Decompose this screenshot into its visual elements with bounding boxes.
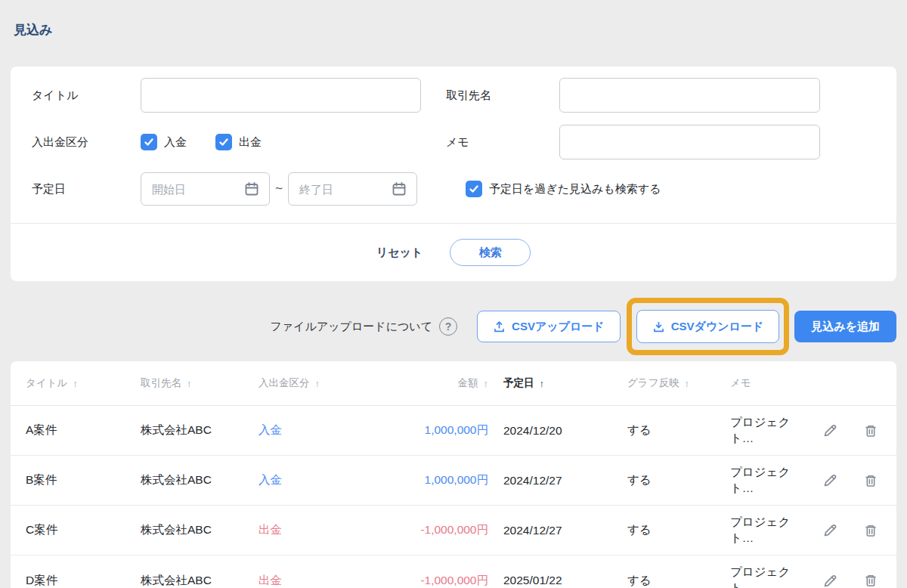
- edit-button[interactable]: [809, 506, 851, 555]
- sort-arrow-icon: ↑: [540, 378, 545, 389]
- sort-arrow-icon: ↑: [187, 378, 192, 389]
- cell-type: 出金: [258, 522, 355, 538]
- cell-amount: -1,000,000円: [355, 522, 491, 538]
- pencil-icon: [822, 522, 838, 538]
- title-input[interactable]: [141, 78, 421, 113]
- date-range-tilde: ~: [275, 181, 283, 197]
- table-row: A案件 株式会社ABC 入金 1,000,000円 2024/12/20 する …: [11, 406, 896, 456]
- checkmark-icon: [469, 184, 479, 194]
- delete-button[interactable]: [851, 556, 890, 588]
- cell-graph: する: [617, 573, 720, 588]
- client-name-input[interactable]: [559, 78, 820, 113]
- trash-icon: [863, 573, 878, 588]
- header-date[interactable]: 予定日↑: [491, 376, 617, 390]
- cell-type: 出金: [258, 573, 355, 588]
- pencil-icon: [822, 472, 838, 488]
- title-field-label: タイトル: [32, 88, 141, 103]
- type-field-label: 入出金区分: [32, 135, 141, 150]
- cell-title: B案件: [26, 472, 141, 488]
- header-memo: メモ: [720, 376, 809, 390]
- search-button[interactable]: 検索: [450, 239, 531, 266]
- cell-type: 入金: [258, 422, 355, 438]
- cell-date: 2024/12/27: [491, 474, 617, 487]
- header-type[interactable]: 入出金区分↑: [258, 376, 355, 390]
- cell-date: 2025/01/22: [491, 574, 617, 587]
- search-filter-panel: タイトル 取引先名 入出金区分 入金 出金 メモ 予定日: [11, 67, 896, 281]
- include-past-checkbox[interactable]: [466, 181, 482, 197]
- cell-amount: -1,000,000円: [355, 573, 491, 588]
- page-title: 見込み: [14, 21, 52, 39]
- edit-button[interactable]: [809, 456, 851, 505]
- deposit-checkbox-label: 入金: [164, 135, 187, 150]
- csv-download-button[interactable]: CSVダウンロード: [636, 310, 780, 343]
- table-row: B案件 株式会社ABC 入金 1,000,000円 2024/12/27 する …: [11, 456, 896, 506]
- forecast-table: タイトル↑ 取引先名↑ 入出金区分↑ 金額↑ 予定日↑ グラフ反映↑ メモ A案…: [11, 361, 896, 588]
- sort-arrow-icon: ↑: [73, 378, 78, 389]
- pencil-icon: [822, 422, 838, 438]
- date-field-label: 予定日: [32, 182, 141, 197]
- cell-graph: する: [617, 522, 720, 538]
- cell-graph: する: [617, 422, 720, 438]
- cell-memo: プロジェクト…: [720, 565, 809, 588]
- checkmark-icon: [218, 137, 229, 147]
- cell-date: 2024/12/27: [491, 524, 617, 537]
- download-icon: [652, 320, 665, 333]
- memo-input[interactable]: [559, 125, 820, 159]
- trash-icon: [863, 473, 878, 488]
- edit-button[interactable]: [809, 556, 851, 588]
- cell-client: 株式会社ABC: [141, 522, 258, 538]
- calendar-icon[interactable]: [243, 181, 260, 197]
- delete-button[interactable]: [851, 506, 890, 555]
- cell-amount: 1,000,000円: [355, 422, 491, 438]
- header-client[interactable]: 取引先名↑: [141, 376, 258, 390]
- cell-client: 株式会社ABC: [141, 472, 258, 488]
- file-upload-info-label: ファイルアップロードについて: [271, 320, 433, 334]
- table-row: C案件 株式会社ABC 出金 -1,000,000円 2024/12/27 する…: [11, 506, 896, 556]
- delete-button[interactable]: [851, 406, 890, 455]
- reset-button[interactable]: リセット: [376, 246, 423, 260]
- cell-title: A案件: [26, 422, 141, 438]
- cell-date: 2024/12/20: [491, 424, 617, 438]
- help-icon[interactable]: ?: [439, 317, 457, 336]
- cell-client: 株式会社ABC: [141, 422, 258, 438]
- delete-button[interactable]: [851, 456, 890, 505]
- deposit-checkbox[interactable]: [141, 134, 157, 150]
- trash-icon: [863, 423, 878, 438]
- cell-title: C案件: [26, 522, 141, 538]
- sort-arrow-icon: ↑: [484, 378, 489, 389]
- sort-arrow-icon: ↑: [684, 378, 689, 389]
- memo-field-label: メモ: [446, 135, 559, 150]
- upload-icon: [493, 320, 506, 333]
- cell-memo: プロジェクト…: [720, 415, 809, 447]
- client-field-label: 取引先名: [446, 88, 559, 103]
- trash-icon: [863, 523, 878, 538]
- cell-title: D案件: [26, 573, 141, 588]
- withdrawal-checkbox-label: 出金: [239, 135, 262, 150]
- annotation-highlight-box: CSVダウンロード: [627, 298, 790, 355]
- calendar-icon[interactable]: [391, 181, 407, 197]
- header-title[interactable]: タイトル↑: [26, 376, 141, 390]
- cell-memo: プロジェクト…: [720, 515, 809, 546]
- start-date-input[interactable]: [141, 183, 229, 196]
- start-date-field[interactable]: [141, 172, 270, 206]
- checkmark-icon: [144, 137, 154, 147]
- add-forecast-button[interactable]: 見込みを追加: [794, 311, 896, 342]
- end-date-field[interactable]: [288, 172, 417, 206]
- include-past-checkbox-label: 予定日を過ぎた見込みも検索する: [489, 182, 661, 197]
- edit-button[interactable]: [809, 406, 851, 455]
- cell-graph: する: [617, 472, 720, 488]
- withdrawal-checkbox[interactable]: [215, 134, 232, 150]
- cell-memo: プロジェクト…: [720, 465, 809, 497]
- cell-client: 株式会社ABC: [141, 573, 258, 588]
- pencil-icon: [822, 573, 838, 588]
- end-date-input[interactable]: [289, 183, 376, 196]
- table-toolbar: ファイルアップロードについて ? CSVアップロード CSVダウンロード 見込み…: [11, 298, 896, 355]
- table-row: D案件 株式会社ABC 出金 -1,000,000円 2025/01/22 する…: [11, 556, 896, 588]
- header-graph[interactable]: グラフ反映↑: [617, 376, 720, 390]
- csv-upload-button[interactable]: CSVアップロード: [477, 311, 621, 342]
- sort-arrow-icon: ↑: [315, 378, 320, 389]
- header-amount[interactable]: 金額↑: [355, 376, 491, 390]
- cell-amount: 1,000,000円: [355, 472, 491, 488]
- table-header-row: タイトル↑ 取引先名↑ 入出金区分↑ 金額↑ 予定日↑ グラフ反映↑ メモ: [11, 361, 896, 406]
- cell-type: 入金: [258, 472, 355, 488]
